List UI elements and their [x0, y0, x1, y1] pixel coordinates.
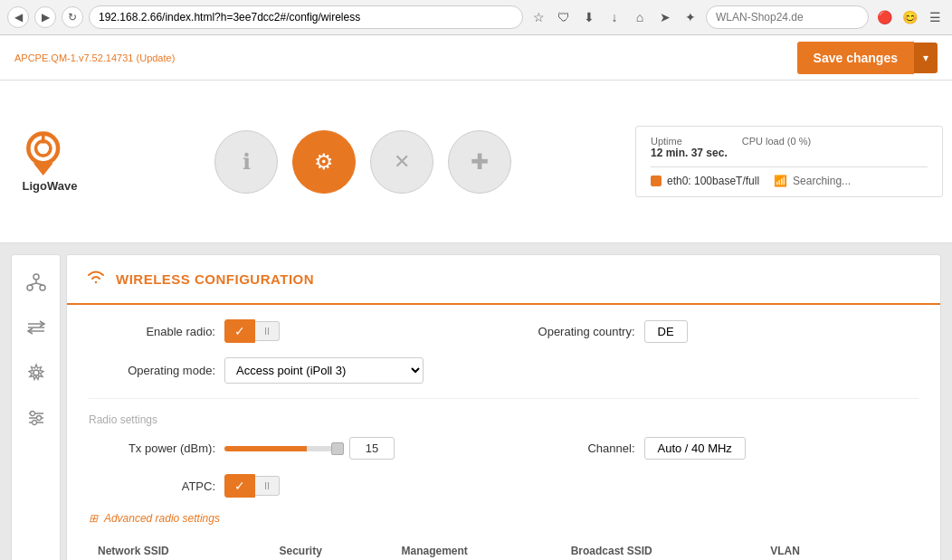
nav-buttons: ℹ ⚙ ✕ ✚ — [100, 130, 626, 194]
home-icon[interactable]: ⌂ — [630, 7, 650, 27]
download-icon[interactable]: ↓ — [605, 7, 624, 27]
nav-tools-button[interactable]: ✕ — [370, 130, 433, 194]
operating-mode-label: Operating mode: — [89, 364, 215, 377]
update-link[interactable]: (Update) — [137, 52, 176, 63]
tx-power-row: Tx power (dBm): 15 Channel: Auto / 40 MH… — [89, 437, 919, 460]
save-changes-group: Save changes ▾ — [797, 42, 938, 74]
left-sidebar — [11, 254, 61, 560]
col-vlan: VLAN — [761, 539, 857, 560]
channel-label: Channel: — [509, 441, 635, 455]
search-bar[interactable] — [706, 5, 869, 29]
col-security: Security — [270, 539, 392, 560]
advanced-settings-label: Advanced radio settings — [104, 512, 220, 525]
wireless-icon — [85, 268, 107, 290]
status-panel: Uptime 12 min. 37 sec. CPU load (0 %) et… — [635, 126, 943, 197]
svg-line-9 — [36, 283, 43, 285]
status-row-uptime: Uptime 12 min. 37 sec. CPU load (0 %) — [651, 136, 928, 159]
shield-icon: 🛡 — [554, 7, 574, 27]
nav-settings-button[interactable]: ⚙ — [292, 130, 356, 194]
arrow-icon[interactable]: ➤ — [655, 7, 675, 27]
tx-power-slider-group: 15 — [224, 437, 395, 460]
col-actions — [857, 539, 919, 560]
operating-mode-row: Operating mode: Access point (iPoll 3) S… — [89, 357, 919, 384]
sidebar-network-button[interactable] — [18, 264, 54, 300]
wifi-label: Searching... — [793, 175, 851, 187]
profile-icon[interactable]: 😊 — [900, 7, 919, 27]
reload-button[interactable]: ↻ — [62, 6, 83, 28]
svg-point-6 — [40, 285, 45, 290]
nav-bar: LigoWave ℹ ⚙ ✕ ✚ Uptime 12 min. 37 sec. … — [0, 81, 952, 243]
advanced-icon — [26, 408, 46, 428]
col-network-ssid: Network SSID — [89, 539, 270, 560]
atpc-toggle[interactable]: ✓ II — [224, 474, 280, 498]
ssid-table-head: Network SSID Security Management Broadca… — [89, 539, 919, 560]
tx-power-slider-thumb[interactable] — [331, 442, 344, 455]
save-changes-dropdown-button[interactable]: ▾ — [914, 43, 938, 73]
ssid-table-header-row: Network SSID Security Management Broadca… — [89, 539, 919, 560]
enable-radio-toggle[interactable]: ✓ II — [224, 319, 280, 343]
wifi-status: 📶 Searching... — [774, 175, 851, 187]
uptime-label: Uptime — [651, 136, 728, 147]
radio-settings-divider — [89, 398, 919, 399]
atpc-row: ATPC: ✓ II — [89, 474, 919, 498]
network-icon — [26, 272, 46, 292]
wifi-config-icon — [85, 268, 107, 286]
nav-info-button[interactable]: ℹ — [214, 130, 278, 194]
address-bar[interactable] — [89, 5, 523, 29]
content-wrapper: WIRELESS CONFIGURATION Enable radio: ✓ I… — [0, 243, 952, 560]
channel-button[interactable]: Auto / 40 MHz — [644, 437, 746, 460]
atpc-toggle-on-button[interactable]: ✓ — [224, 474, 255, 498]
sidebar-config-button[interactable] — [18, 355, 54, 391]
eth-dot — [651, 176, 662, 186]
app-version: APCPE.QM-1.v7.52.14731 (Update) — [14, 52, 175, 63]
col-broadcast-ssid: Broadcast SSID — [562, 539, 762, 560]
svg-marker-3 — [33, 163, 53, 176]
col-management: Management — [393, 539, 562, 560]
advanced-radio-settings[interactable]: ⊞ Advanced radio settings — [89, 512, 919, 525]
tools-icon[interactable]: ✦ — [681, 7, 700, 27]
config-body: Enable radio: ✓ II Operating country: DE… — [67, 305, 940, 560]
enable-radio-label: Enable radio: — [89, 325, 215, 338]
advanced-expand-icon: ⊞ — [89, 512, 98, 525]
version-text: APCPE.QM-1.v7.52.14731 — [14, 52, 133, 63]
svg-line-8 — [30, 283, 36, 285]
browser-chrome: ◀ ▶ ↻ ☆ 🛡 ⬇ ↓ ⌂ ➤ ✦ 🔴 😊 ☰ — [0, 0, 952, 35]
tx-power-label: Tx power (dBm): — [89, 441, 215, 455]
config-panel: WIRELESS CONFIGURATION Enable radio: ✓ I… — [66, 254, 941, 560]
tx-power-slider-track[interactable] — [224, 446, 342, 451]
enable-radio-row: Enable radio: ✓ II Operating country: DE — [89, 319, 919, 343]
nav-add-button[interactable]: ✚ — [448, 130, 511, 194]
eth-label: eth0: 100baseT/full — [667, 175, 759, 187]
back-button[interactable]: ◀ — [7, 6, 29, 28]
logo-area: LigoWave — [0, 121, 100, 202]
operating-country-button[interactable]: DE — [644, 320, 688, 343]
status-row-eth: eth0: 100baseT/full 📶 Searching... — [651, 175, 928, 187]
toggle-off-button[interactable]: II — [255, 321, 280, 341]
app-header: APCPE.QM-1.v7.52.14731 (Update) Save cha… — [0, 35, 952, 81]
pocket-icon[interactable]: ⬇ — [579, 7, 599, 27]
atpc-toggle-off-button[interactable]: II — [255, 476, 280, 496]
config-title: WIRELESS CONFIGURATION — [116, 271, 314, 287]
svg-point-13 — [33, 370, 39, 375]
extension-icon[interactable]: 🔴 — [874, 7, 894, 27]
forward-button[interactable]: ▶ — [34, 6, 56, 28]
svg-point-4 — [33, 274, 39, 280]
menu-icon[interactable]: ☰ — [925, 7, 945, 27]
ssid-table: Network SSID Security Management Broadca… — [89, 539, 919, 560]
atpc-label: ATPC: — [89, 479, 215, 493]
operating-country-label: Operating country: — [509, 325, 635, 338]
tx-power-value: 15 — [349, 437, 395, 460]
uptime-value: 12 min. 37 sec. — [651, 147, 728, 159]
eth-status: eth0: 100baseT/full — [651, 175, 759, 187]
cpu-label: CPU load (0 %) — [742, 136, 811, 147]
operating-mode-select[interactable]: Access point (iPoll 3) Station Bridge — [224, 357, 424, 384]
wifi-icon: 📶 — [774, 175, 787, 187]
bookmark-icon[interactable]: ☆ — [528, 7, 548, 27]
toggle-on-button[interactable]: ✓ — [224, 319, 255, 343]
sidebar-advanced-button[interactable] — [18, 400, 54, 436]
sidebar-routing-button[interactable] — [18, 309, 54, 346]
logo-svg — [23, 130, 77, 176]
svg-point-18 — [36, 416, 41, 421]
logo-text: LigoWave — [23, 179, 78, 193]
save-changes-button[interactable]: Save changes — [797, 42, 914, 74]
